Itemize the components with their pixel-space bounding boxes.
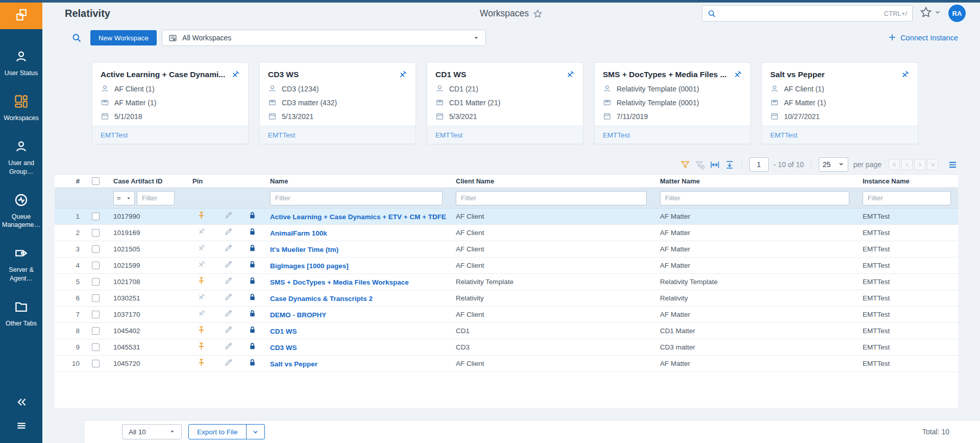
pin-on-icon[interactable] [197, 211, 206, 222]
nav-prev-page-button[interactable] [901, 159, 913, 170]
workspace-name-link[interactable]: AnimalFarm 100k [270, 229, 327, 237]
global-search-box[interactable]: CTRL+/ [702, 5, 913, 21]
fit-column-width-icon[interactable] [710, 160, 720, 170]
edit-pencil-icon[interactable] [224, 342, 233, 353]
workspace-card[interactable]: CD1 WSCD1 (21)CD1 Matter (21)5/3/2021EMT… [427, 62, 583, 144]
edit-pencil-icon[interactable] [224, 358, 233, 369]
pin-off-icon[interactable] [197, 309, 206, 320]
name-filter-input[interactable] [270, 191, 443, 205]
user-avatar[interactable]: RA [948, 5, 966, 22]
edit-pencil-icon[interactable] [224, 293, 233, 304]
table-row[interactable]: 101045720Salt vs PepperAF ClientAF Matte… [55, 356, 958, 372]
row-checkbox[interactable] [92, 343, 100, 351]
pin-off-icon[interactable] [197, 260, 206, 271]
edit-pencil-icon[interactable] [224, 276, 233, 287]
workspace-card[interactable]: Active Learning + Case Dynami...AF Clien… [92, 62, 249, 144]
page-number-input[interactable] [749, 157, 769, 172]
list-menu-icon[interactable] [947, 159, 958, 170]
workspace-name-link[interactable]: CD3 WS [270, 344, 297, 352]
table-row[interactable]: 61030251Case Dynamics & Transcripts 2Rel… [55, 290, 958, 307]
workspace-name-link[interactable]: Case Dynamics & Transcripts 2 [270, 295, 373, 302]
selection-scope-select[interactable]: All 10 [122, 424, 182, 439]
card-pin-icon[interactable] [900, 70, 910, 79]
pin-off-icon[interactable] [197, 244, 206, 254]
edit-pencil-icon[interactable] [224, 260, 233, 271]
card-pin-icon[interactable] [566, 70, 575, 79]
row-checkbox[interactable] [92, 294, 100, 302]
card-pin-icon[interactable] [231, 70, 240, 79]
edit-pencil-icon[interactable] [224, 244, 233, 254]
export-to-file-button[interactable]: Export to File [188, 424, 265, 439]
workspace-card-instance-link[interactable]: EMTTest [268, 131, 295, 139]
workspace-name-link[interactable]: SMS + DocTypes + Media Files Workspace [270, 278, 409, 286]
nav-first-page-button[interactable] [889, 159, 900, 170]
instance-name-filter-input[interactable] [863, 191, 951, 205]
workspace-view-selector[interactable]: All Workspaces [162, 30, 486, 46]
nav-last-page-button[interactable] [927, 159, 938, 170]
new-workspace-button[interactable]: New Workspace [90, 30, 157, 45]
table-row[interactable]: 71037170DEMO - BROPHYAF ClientAF MatterE… [55, 307, 958, 323]
collapse-sidebar-icon[interactable] [15, 396, 28, 410]
workspace-name-link[interactable]: It's Mueller Time (tm) [270, 246, 338, 253]
table-row[interactable]: 31021505It's Mueller Time (tm)AF ClientA… [55, 241, 958, 258]
relativity-logo[interactable] [0, 3, 42, 29]
table-row[interactable]: 91045531CD3 WSCD3CD3 matterEMTTest [55, 339, 958, 356]
workspace-card[interactable]: SMS + DocTypes + Media Files ...Relativi… [594, 62, 751, 144]
sidebar-item-user-and-group[interactable]: User and Group… [0, 133, 42, 182]
hamburger-menu-icon[interactable] [15, 419, 28, 434]
table-row[interactable]: 51021708SMS + DocTypes + Media Files Wor… [55, 274, 958, 290]
favorite-star-icon[interactable] [533, 9, 543, 18]
workspace-name-link[interactable]: Active Learning + Case Dynamics + ETV + … [270, 213, 446, 221]
client-name-filter-input[interactable] [456, 191, 647, 205]
row-checkbox[interactable] [92, 245, 100, 253]
table-row[interactable]: 21019169AnimalFarm 100kAF ClientAF Matte… [55, 225, 958, 241]
card-pin-icon[interactable] [398, 70, 407, 79]
row-checkbox[interactable] [92, 327, 100, 335]
edit-pencil-icon[interactable] [224, 325, 233, 336]
artifact-id-filter-input[interactable] [137, 191, 175, 205]
workspace-search-icon[interactable] [71, 33, 82, 43]
workspace-name-link[interactable]: BigImages [1000 pages] [270, 262, 349, 270]
workspace-name-link[interactable]: Salt vs Pepper [270, 360, 317, 368]
sidebar-item-queue-manageme[interactable]: Queue Manageme… [0, 187, 42, 236]
sidebar-item-other-tabs[interactable]: Other Tabs [0, 294, 42, 334]
workspace-card-instance-link[interactable]: EMTTest [101, 131, 128, 139]
row-checkbox[interactable] [92, 262, 100, 269]
workspace-card-instance-link[interactable]: EMTTest [435, 131, 462, 139]
workspace-name-link[interactable]: CD1 WS [270, 328, 297, 335]
table-row[interactable]: 81045402CD1 WSCD1CD1 MatterEMTTest [55, 323, 958, 339]
card-pin-icon[interactable] [733, 70, 742, 79]
pin-on-icon[interactable] [197, 358, 206, 369]
row-checkbox[interactable] [92, 311, 100, 318]
workspace-card[interactable]: Salt vs PepperAF Client (1)AF Matter (1)… [762, 62, 918, 144]
workspace-name-link[interactable]: DEMO - BROPHY [270, 311, 326, 319]
clear-filters-icon[interactable] [695, 160, 705, 170]
row-checkbox[interactable] [92, 278, 100, 286]
table-row[interactable]: 41021599BigImages [1000 pages]AF ClientA… [55, 258, 958, 274]
pin-off-icon[interactable] [197, 293, 206, 304]
pin-on-icon[interactable] [197, 325, 206, 336]
connect-instance-link[interactable]: Connect Instance [888, 33, 958, 43]
workspace-card-instance-link[interactable]: EMTTest [770, 131, 797, 139]
row-checkbox[interactable] [92, 360, 100, 367]
sidebar-item-server-agent[interactable]: Server & Agent… [0, 240, 42, 289]
edit-pencil-icon[interactable] [224, 309, 233, 320]
global-search-input[interactable] [720, 9, 880, 17]
favorites-menu[interactable] [920, 6, 941, 20]
export-options-chevron-icon[interactable] [246, 425, 264, 439]
page-size-select[interactable]: 25 [819, 157, 848, 172]
matter-name-filter-input[interactable] [660, 191, 849, 205]
pin-on-icon[interactable] [197, 276, 206, 287]
nav-next-page-button[interactable] [914, 159, 925, 170]
workspace-card[interactable]: CD3 WSCD3 (1234)CD3 matter (432)5/13/202… [259, 62, 416, 144]
table-row[interactable]: 11017990Active Learning + Case Dynamics … [55, 208, 958, 225]
row-checkbox[interactable] [92, 213, 100, 220]
sidebar-item-user-status[interactable]: User Status [0, 43, 42, 84]
filter-operator-select[interactable]: = [113, 191, 135, 205]
collapse-rows-icon[interactable] [725, 160, 734, 170]
row-checkbox[interactable] [92, 229, 100, 237]
select-all-checkbox[interactable] [92, 177, 100, 185]
filter-icon[interactable] [680, 160, 690, 170]
sidebar-item-workspaces[interactable]: Workspaces [0, 88, 42, 129]
edit-pencil-icon[interactable] [224, 227, 233, 238]
